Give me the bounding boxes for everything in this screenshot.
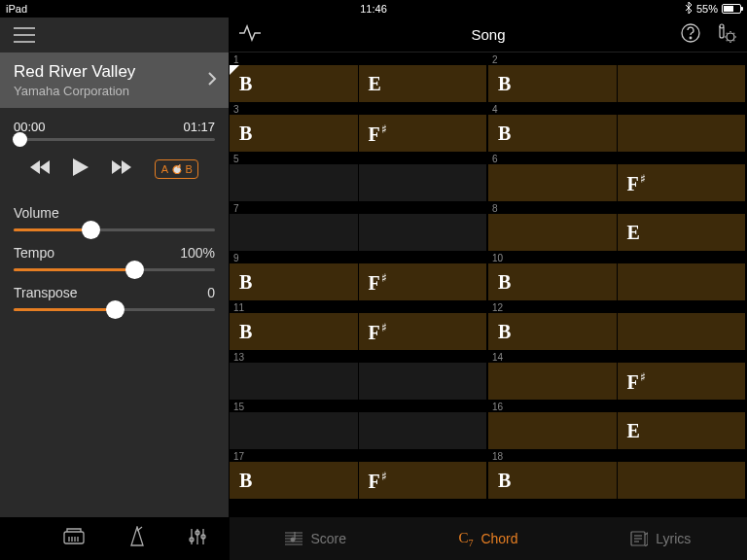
svg-point-22 bbox=[690, 37, 692, 39]
bar-number: 7 bbox=[230, 201, 488, 214]
forward-button[interactable] bbox=[112, 160, 131, 178]
bar-number: 4 bbox=[488, 102, 747, 115]
chord-label: B bbox=[498, 272, 511, 292]
menu-button[interactable] bbox=[0, 18, 229, 52]
metronome-button[interactable] bbox=[128, 526, 146, 551]
chord-cell[interactable] bbox=[488, 363, 618, 400]
chord-cell[interactable] bbox=[359, 412, 489, 449]
svg-marker-13 bbox=[131, 527, 143, 545]
bar-number: 12 bbox=[488, 300, 747, 313]
chord-cell[interactable]: B bbox=[230, 462, 359, 499]
chord-cell[interactable]: F♯ bbox=[359, 313, 489, 350]
chord-grid[interactable]: 12BEB34BF♯B56F♯78E910BF♯B1112BF♯B1314F♯1… bbox=[230, 52, 747, 517]
play-button[interactable] bbox=[73, 158, 89, 180]
tab-chord-label: Chord bbox=[480, 531, 517, 546]
bar-number: 11 bbox=[230, 300, 488, 313]
status-device: iPad bbox=[6, 3, 27, 15]
chord-label: E bbox=[369, 74, 381, 93]
chord-cell[interactable] bbox=[359, 214, 489, 251]
settings-button[interactable] bbox=[714, 23, 737, 47]
volume-label: Volume bbox=[14, 205, 59, 221]
registration-button[interactable] bbox=[61, 527, 87, 550]
chord-cell[interactable]: E bbox=[359, 65, 489, 102]
chord-cell[interactable] bbox=[618, 462, 748, 499]
chord-cell[interactable]: B bbox=[488, 65, 618, 102]
page-title: Song bbox=[471, 26, 505, 43]
chord-cell[interactable] bbox=[230, 164, 359, 201]
transpose-slider[interactable] bbox=[14, 308, 215, 311]
chord-label: B bbox=[239, 74, 252, 93]
chord-label: F♯ bbox=[369, 123, 387, 144]
chord-cell[interactable]: F♯ bbox=[618, 164, 748, 201]
chord-cell[interactable] bbox=[488, 412, 618, 449]
volume-slider[interactable] bbox=[14, 228, 215, 231]
tempo-slider[interactable] bbox=[14, 268, 215, 271]
chord-label: F♯ bbox=[369, 471, 387, 491]
main-header: Song bbox=[230, 18, 747, 52]
chord-cell[interactable]: B bbox=[230, 115, 359, 152]
chord-label: B bbox=[498, 74, 511, 93]
chord-label: B bbox=[498, 471, 511, 490]
chord-cell[interactable]: B bbox=[488, 313, 618, 350]
chord-cell[interactable] bbox=[230, 412, 359, 449]
chord-cell[interactable]: E bbox=[618, 412, 748, 449]
chord-cell[interactable] bbox=[230, 214, 359, 251]
chord-cell[interactable]: F♯ bbox=[359, 115, 489, 152]
sidebar-bottom-toolbar bbox=[0, 517, 229, 560]
bar-number: 5 bbox=[230, 152, 488, 164]
chord-label: B bbox=[239, 272, 252, 292]
bar-number: 6 bbox=[488, 152, 747, 164]
chord-cell[interactable] bbox=[618, 313, 748, 350]
bar-number: 9 bbox=[230, 251, 488, 263]
sidebar: Red River Valley Yamaha Corporation 00:0… bbox=[0, 18, 230, 560]
main-panel: Song 12BEB34BF♯B56F♯78E910BF♯B1112BF♯B13… bbox=[230, 18, 747, 560]
svg-marker-5 bbox=[73, 158, 89, 176]
chord-label: F♯ bbox=[627, 173, 646, 193]
chord-cell[interactable] bbox=[618, 115, 748, 152]
chord-cell[interactable]: B bbox=[230, 313, 359, 350]
chord-cell[interactable]: B bbox=[488, 115, 618, 152]
chord-cell[interactable] bbox=[359, 363, 489, 400]
svg-point-30 bbox=[291, 538, 295, 542]
bar-number: 10 bbox=[488, 251, 747, 263]
status-battery-pct: 55% bbox=[696, 3, 718, 15]
progress-slider[interactable] bbox=[0, 138, 229, 141]
chord-cell[interactable]: F♯ bbox=[359, 462, 489, 499]
rewind-button[interactable] bbox=[30, 160, 50, 178]
chord-label: F♯ bbox=[369, 322, 387, 342]
activity-icon[interactable] bbox=[239, 24, 261, 46]
chord-cell[interactable] bbox=[618, 65, 748, 102]
ab-loop-button[interactable]: AB bbox=[155, 159, 199, 179]
tab-lyrics[interactable]: Lyrics bbox=[575, 517, 747, 560]
svg-marker-6 bbox=[112, 160, 122, 174]
tab-score[interactable]: Score bbox=[230, 517, 402, 560]
tempo-value: 100% bbox=[180, 245, 215, 261]
transpose-label: Transpose bbox=[14, 285, 78, 300]
help-button[interactable] bbox=[681, 23, 700, 47]
song-header[interactable]: Red River Valley Yamaha Corporation bbox=[0, 52, 229, 108]
song-title: Red River Valley bbox=[14, 62, 215, 82]
chord-cell[interactable]: F♯ bbox=[359, 263, 489, 300]
tab-chord[interactable]: C7 Chord bbox=[402, 517, 574, 560]
chord-cell[interactable]: F♯ bbox=[618, 363, 748, 400]
transpose-value: 0 bbox=[207, 285, 215, 300]
bar-number: 8 bbox=[488, 201, 747, 214]
chord-cell[interactable]: E bbox=[618, 214, 748, 251]
bar-number: 2 bbox=[488, 52, 747, 65]
mixer-button[interactable] bbox=[187, 527, 208, 550]
bar-number: 18 bbox=[488, 449, 747, 462]
chord-cell[interactable]: B bbox=[488, 263, 618, 300]
bluetooth-icon bbox=[685, 2, 693, 16]
chord-cell[interactable]: B bbox=[230, 263, 359, 300]
chord-cell[interactable] bbox=[488, 164, 618, 201]
chord-label: F♯ bbox=[369, 272, 387, 293]
svg-marker-3 bbox=[30, 160, 40, 174]
chord-cell[interactable] bbox=[359, 164, 489, 201]
chord-cell[interactable] bbox=[488, 214, 618, 251]
bar-number: 16 bbox=[488, 400, 747, 412]
chord-cell[interactable] bbox=[618, 263, 748, 300]
chord-cell[interactable] bbox=[230, 363, 359, 400]
chord-cell[interactable]: B bbox=[230, 65, 359, 102]
chord-cell[interactable]: B bbox=[488, 462, 618, 499]
time-total: 01:17 bbox=[183, 120, 215, 134]
